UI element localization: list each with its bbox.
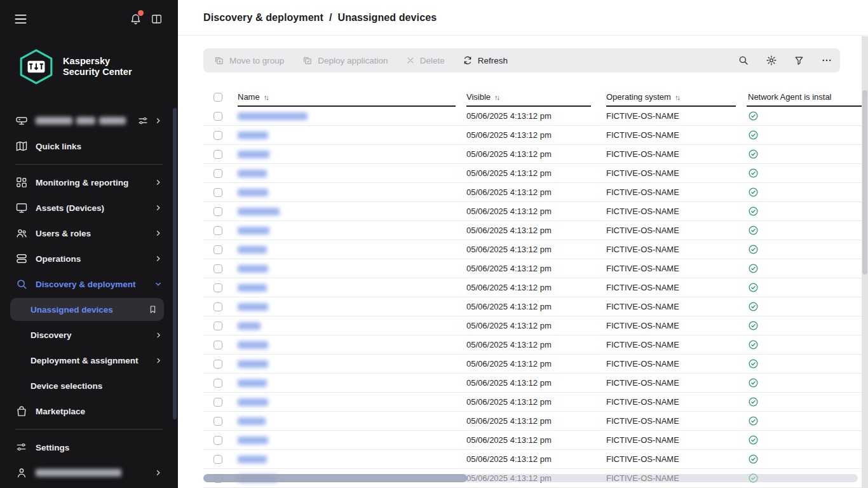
device-name-link-redacted[interactable] [238,341,268,349]
row-checkbox[interactable] [214,283,222,292]
device-name-link-redacted[interactable] [238,170,267,177]
server-properties-icon[interactable] [137,115,149,126]
row-checkbox[interactable] [214,150,222,159]
device-name-link-redacted[interactable] [238,208,280,215]
sidebar-item-assets-devices[interactable]: Assets (Devices) [0,195,178,220]
sort-icon[interactable]: ↑↓ [494,93,499,101]
user-icon [15,466,28,479]
sidebar-item-discovery[interactable]: Discovery [0,322,178,348]
delete-button[interactable]: Delete [406,56,445,65]
horizontal-scrollbar-thumb[interactable] [203,474,467,482]
row-checkbox[interactable] [214,379,222,388]
device-name-link-redacted[interactable] [238,379,267,387]
row-checkbox[interactable] [214,131,222,140]
device-name-link-redacted[interactable] [238,265,268,273]
column-header-visible[interactable]: Visible↑↓ [466,87,606,107]
row-checkbox[interactable] [214,264,222,273]
sidebar-item-monitoring-reporting[interactable]: Monitoring & reporting [0,170,178,195]
refresh-button[interactable]: Refresh [463,55,508,65]
hamburger-menu-button[interactable] [14,13,27,25]
agent-installed-check-icon [748,111,759,121]
row-checkbox[interactable] [214,398,222,407]
deploy-application-button[interactable]: Deploy application [302,55,388,66]
sidebar-item-label: Discovery [31,330,154,340]
agent-installed-check-icon [748,244,759,255]
table-settings-button[interactable] [766,55,777,66]
sidebar-item-marketplace[interactable]: Marketplace [0,398,178,424]
device-name-link-redacted[interactable] [238,398,268,406]
column-header-operating-system[interactable]: Operating system↑↓ [606,87,747,107]
visible-timestamp: 05/06/2025 4:13:12 pm [466,397,606,407]
row-checkbox[interactable] [214,207,222,216]
sort-icon[interactable]: ↑↓ [264,93,268,101]
device-name-link-redacted[interactable] [238,132,268,139]
search-button[interactable] [738,55,749,66]
column-header-name[interactable]: Name↑↓ [238,87,466,107]
device-name-link-redacted[interactable] [238,227,269,234]
device-name-link-redacted[interactable] [238,112,308,120]
operating-system-value: FICTIVE-OS-NAME [606,149,747,159]
sidebar-item-unassigned-devices[interactable]: Unassigned devices [10,298,164,321]
column-header-network-agent[interactable]: Network Agent is instal [747,87,868,107]
divider [15,164,163,165]
row-checkbox[interactable] [214,112,222,121]
select-all-checkbox[interactable] [214,93,222,102]
sidebar-item-label: Unassigned devices [31,305,148,315]
table-row: 05/06/2025 4:13:12 pm FICTIVE-OS-NAME [203,412,868,431]
table-row: 05/06/2025 4:13:12 pm FICTIVE-OS-NAME [203,202,868,221]
filter-funnel-icon [794,55,804,66]
chevron-right-icon [154,203,163,212]
sidebar-item-settings[interactable]: Settings [0,435,178,460]
device-name-link-redacted[interactable] [238,189,268,196]
visible-timestamp: 05/06/2025 4:13:12 pm [466,226,606,235]
row-checkbox[interactable] [214,302,222,311]
row-checkbox[interactable] [214,245,222,254]
breadcrumb-parent[interactable]: Discovery & deployment [203,12,323,23]
table-row: 05/06/2025 4:13:12 pm FICTIVE-OS-NAME [203,145,868,164]
row-checkbox[interactable] [214,226,222,235]
device-name-link-redacted[interactable] [238,151,269,158]
notifications-button[interactable] [130,13,142,25]
row-checkbox[interactable] [214,322,222,330]
more-options-button[interactable] [821,55,832,66]
sidebar-item-deployment-assignment[interactable]: Deployment & assignment [0,348,178,373]
row-checkbox[interactable] [214,341,222,349]
sidebar-item-users-roles[interactable]: Users & roles [0,220,178,246]
agent-installed-check-icon [748,377,759,388]
vertical-scrollbar-thumb[interactable] [862,90,867,274]
device-name-link-redacted[interactable] [238,417,266,425]
sidebar-item-discovery-deployment[interactable]: Discovery & deployment [0,271,178,297]
device-name-link-redacted[interactable] [238,360,268,368]
visible-timestamp: 05/06/2025 4:13:12 pm [466,359,606,369]
device-name-link-redacted[interactable] [238,437,268,444]
row-checkbox[interactable] [214,169,222,178]
toolbar: Move to group Deploy application Delete [203,48,840,72]
sidebar-item-operations[interactable]: Operations [0,246,178,271]
sidebar-scrollbar[interactable] [173,108,177,419]
device-name-link-redacted[interactable] [238,284,267,292]
filter-button[interactable] [794,55,804,66]
sort-icon[interactable]: ↑↓ [675,93,679,101]
device-name-link-redacted[interactable] [238,322,261,330]
horizontal-scrollbar[interactable] [203,474,858,482]
sidebar-item-administration-server[interactable] [0,108,178,133]
row-checkbox[interactable] [214,417,222,426]
sidebar-item-quick-links[interactable]: Quick links [0,133,178,159]
bookmark-icon[interactable] [148,304,158,315]
chevron-right-icon [154,331,163,339]
help-docs-button[interactable] [151,13,163,25]
row-checkbox[interactable] [214,455,222,464]
table-row: 05/06/2025 4:13:12 pm FICTIVE-OS-NAME [203,107,868,126]
row-checkbox[interactable] [214,436,222,445]
sidebar-item-device-selections[interactable]: Device selections [0,373,178,398]
move-to-group-button[interactable]: Move to group [214,55,284,66]
device-name-link-redacted[interactable] [238,246,267,254]
sidebar-item-user-account[interactable] [0,460,178,485]
row-checkbox[interactable] [214,360,222,369]
device-name-link-redacted[interactable] [238,303,268,311]
operating-system-value: FICTIVE-OS-NAME [606,378,747,388]
agent-installed-check-icon [748,396,759,407]
row-checkbox[interactable] [214,188,222,197]
vertical-scrollbar[interactable] [862,36,868,488]
device-name-link-redacted[interactable] [238,456,267,463]
